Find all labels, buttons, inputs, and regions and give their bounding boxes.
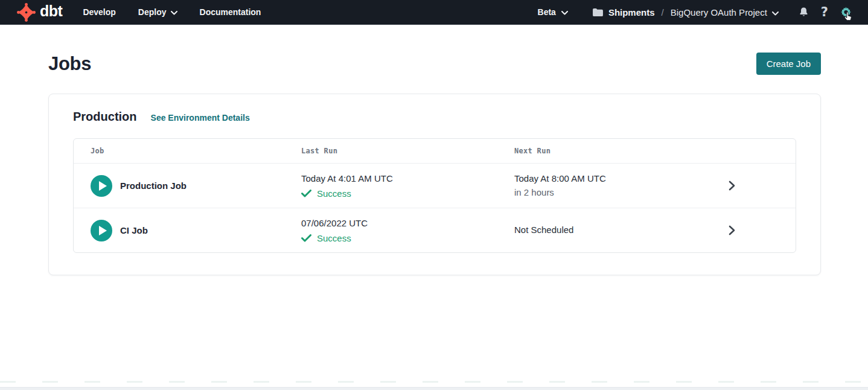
jobs-table-header: Job Last Run Next Run bbox=[74, 139, 796, 163]
last-run-time: Today At 4:01 AM UTC bbox=[301, 173, 514, 185]
next-run-cell: Not Scheduled bbox=[514, 224, 729, 236]
success-check-icon bbox=[301, 234, 311, 242]
column-header-last-run: Last Run bbox=[301, 147, 514, 155]
breadcrumb-account: Shipments bbox=[608, 7, 655, 18]
primary-nav: Develop Deploy Documentation bbox=[83, 7, 283, 17]
chevron-down-icon bbox=[772, 7, 779, 18]
pointer-cursor-icon bbox=[843, 11, 852, 24]
nav-item-documentation[interactable]: Documentation bbox=[200, 7, 261, 17]
question-mark-icon[interactable]: ? bbox=[821, 6, 828, 19]
column-header-job: Job bbox=[91, 147, 301, 155]
chevron-right-icon[interactable] bbox=[729, 181, 736, 191]
chevron-right-icon[interactable] bbox=[729, 225, 736, 235]
next-run-cell: Today At 8:00 AM UTC in 2 hours bbox=[514, 173, 729, 199]
navbar-icon-cluster: ? bbox=[798, 6, 852, 19]
page-header: Jobs Create Job bbox=[48, 53, 821, 75]
notifications-bell-icon[interactable] bbox=[798, 6, 809, 18]
last-run-cell: 07/06/2022 UTC Success bbox=[301, 217, 514, 243]
breadcrumb-separator: / bbox=[662, 7, 664, 18]
last-run-status: Success bbox=[301, 233, 514, 243]
job-row-production[interactable]: Production Job Today At 4:01 AM UTC Succ… bbox=[74, 163, 796, 208]
top-navbar: dbt Develop Deploy Documentation Beta Sh… bbox=[0, 0, 868, 25]
page-bottom-bar bbox=[0, 387, 868, 390]
column-header-next-run: Next Run bbox=[514, 147, 729, 155]
row-chevron-cell bbox=[729, 181, 796, 191]
dbt-pinwheel-icon bbox=[17, 3, 36, 22]
chevron-down-icon bbox=[171, 7, 177, 17]
nav-item-develop[interactable]: Develop bbox=[83, 7, 115, 17]
last-run-cell: Today At 4:01 AM UTC Success bbox=[301, 173, 514, 198]
dbt-logo[interactable]: dbt bbox=[17, 3, 62, 22]
environment-card-header: Production See Environment Details bbox=[73, 110, 796, 124]
see-environment-details-link[interactable]: See Environment Details bbox=[151, 113, 250, 123]
nav-item-develop-label: Develop bbox=[83, 7, 115, 17]
nav-item-documentation-label: Documentation bbox=[200, 7, 261, 17]
nav-item-deploy-label: Deploy bbox=[138, 7, 167, 17]
success-label: Success bbox=[317, 233, 351, 243]
environment-card: Production See Environment Details Job L… bbox=[48, 94, 821, 275]
column-header-actions bbox=[729, 147, 796, 155]
beta-dropdown[interactable]: Beta bbox=[538, 7, 568, 17]
project-breadcrumb[interactable]: Shipments / BigQuery OAuth Project bbox=[592, 7, 779, 18]
last-run-status: Success bbox=[301, 188, 514, 199]
jobs-table: Job Last Run Next Run Production Job Tod… bbox=[73, 138, 796, 253]
next-run-time: Today At 8:00 AM UTC bbox=[514, 173, 729, 185]
next-run-note: in 2 hours bbox=[514, 187, 729, 199]
run-job-play-icon[interactable] bbox=[91, 220, 112, 241]
create-job-button[interactable]: Create Job bbox=[756, 53, 821, 75]
page-bottom-dashes bbox=[0, 381, 868, 383]
row-chevron-cell bbox=[729, 225, 796, 235]
run-job-play-icon[interactable] bbox=[91, 175, 112, 197]
environment-title: Production bbox=[73, 110, 137, 124]
next-run-time: Not Scheduled bbox=[514, 224, 729, 236]
job-name[interactable]: Production Job bbox=[120, 181, 187, 191]
dbt-brand-text: dbt bbox=[40, 4, 62, 21]
breadcrumb-project: BigQuery OAuth Project bbox=[671, 7, 767, 18]
success-check-icon bbox=[301, 190, 311, 197]
job-name[interactable]: CI Job bbox=[120, 225, 148, 235]
page-title: Jobs bbox=[48, 53, 91, 75]
beta-label: Beta bbox=[538, 7, 556, 17]
success-label: Success bbox=[317, 188, 351, 199]
settings-gear-icon[interactable] bbox=[840, 6, 852, 19]
job-row-ci[interactable]: CI Job 07/06/2022 UTC Success Not Schedu… bbox=[74, 208, 796, 252]
navbar-right: Beta Shipments / BigQuery OAuth Project bbox=[538, 6, 852, 19]
job-cell: CI Job bbox=[91, 220, 301, 241]
chevron-down-icon bbox=[561, 7, 568, 17]
folder-icon bbox=[592, 8, 604, 17]
main-content: Jobs Create Job Production See Environme… bbox=[0, 53, 868, 275]
last-run-time: 07/06/2022 UTC bbox=[301, 217, 514, 229]
nav-item-deploy[interactable]: Deploy bbox=[138, 7, 177, 17]
job-cell: Production Job bbox=[91, 175, 301, 197]
